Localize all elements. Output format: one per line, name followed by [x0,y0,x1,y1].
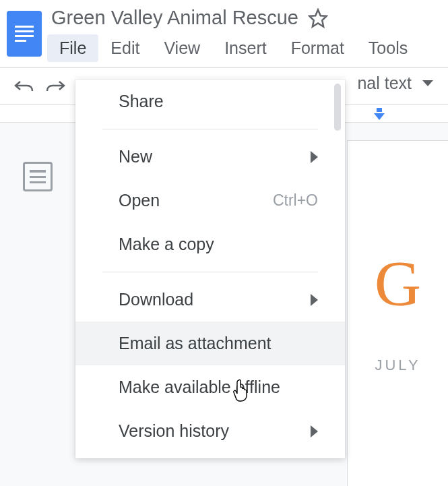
menu-label: Make available offline [119,377,280,397]
menu-label: Version history [119,421,229,441]
page-date-fragment: JULY [348,357,448,374]
menu-file[interactable]: File [47,34,98,62]
page-heading-fragment: G [348,251,448,316]
star-icon[interactable] [308,8,328,28]
svg-marker-2 [374,113,385,120]
docs-icon-lines [15,26,34,42]
menu-item-download[interactable]: Download [75,278,345,322]
menu-label: Make a copy [119,235,214,254]
outline-icon[interactable] [23,162,53,191]
menu-format[interactable]: Format [279,34,356,62]
menu-shortcut: Ctrl+O [273,191,318,210]
document-title[interactable]: Green Valley Animal Rescue [51,7,298,29]
menu-label: Share [119,92,164,111]
menu-item-email-attachment[interactable]: Email as attachment [75,322,345,365]
menu-scrollbar[interactable] [334,84,341,131]
menu-edit[interactable]: Edit [98,34,152,62]
submenu-arrow-icon [311,425,318,437]
submenu-arrow-icon [311,151,318,163]
page-preview[interactable]: G JULY [347,140,448,486]
menu-label: Email as attachment [119,334,271,353]
svg-rect-1 [377,108,382,112]
redo-icon[interactable] [46,78,66,96]
menu-view[interactable]: View [152,34,212,62]
menu-label: Download [119,290,193,309]
menu-item-version-history[interactable]: Version history [75,409,345,453]
indent-marker-icon[interactable] [371,108,387,124]
menu-item-share[interactable]: Share [75,80,345,123]
menu-insert[interactable]: Insert [212,34,279,62]
menu-item-open[interactable]: Open Ctrl+O [75,179,345,222]
paragraph-style-selector[interactable]: nal text [357,73,433,93]
menu-label: New [119,147,152,166]
file-menu-dropdown: Share New Open Ctrl+O Make a copy Downlo… [75,80,345,458]
menu-tools[interactable]: Tools [356,34,420,62]
menu-label: Open [119,191,160,210]
menu-separator [102,129,318,129]
menu-separator [102,272,318,272]
style-label: nal text [357,73,412,93]
submenu-arrow-icon [311,294,318,306]
svg-marker-0 [309,9,326,26]
chevron-down-icon [422,80,433,86]
docs-app-icon[interactable] [7,11,42,57]
menu-item-make-copy[interactable]: Make a copy [75,222,345,266]
menubar: File Edit View Insert Format Tools [47,34,441,62]
undo-icon[interactable] [13,78,34,96]
menu-item-new[interactable]: New [75,135,345,179]
menu-item-make-offline[interactable]: Make available offline [75,365,345,409]
